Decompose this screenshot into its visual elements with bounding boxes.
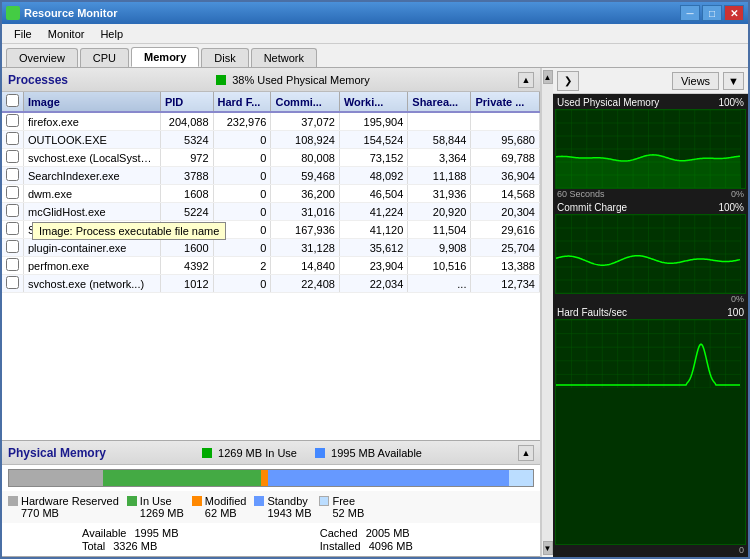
row-shared: ...: [408, 275, 471, 293]
row-shared: 10,516: [408, 257, 471, 275]
graph1-footer: 60 Seconds 0%: [555, 189, 746, 199]
row-image: firefox.exe: [24, 112, 161, 131]
col-hardf[interactable]: Hard F...: [213, 92, 271, 112]
row-private: 29,616: [471, 221, 540, 239]
row-pid: 3788: [160, 167, 213, 185]
row-image: svchost.exe (LocalSystemNet...: [24, 149, 161, 167]
legend-hw-box: [8, 496, 18, 506]
process-tooltip: Image: Process executable file name: [32, 222, 226, 240]
graphs-container: Used Physical Memory 100% 60 Seconds 0% …: [553, 94, 748, 557]
legend-hw-label: Hardware Reserved: [21, 495, 119, 507]
menu-help[interactable]: Help: [92, 26, 131, 42]
row-hardf: 0: [213, 203, 271, 221]
scroll-down[interactable]: ▼: [543, 541, 553, 555]
legend-standby-box: [254, 496, 264, 506]
row-checkbox[interactable]: [6, 168, 19, 181]
menu-file[interactable]: File: [6, 26, 40, 42]
menu-monitor[interactable]: Monitor: [40, 26, 93, 42]
row-checkbox[interactable]: [6, 240, 19, 253]
scroll-track[interactable]: [542, 84, 553, 541]
row-checkbox[interactable]: [6, 222, 19, 235]
processes-header: Processes 38% Used Physical Memory ▲: [2, 68, 540, 92]
row-checkbox-cell[interactable]: [2, 221, 24, 239]
col-shared[interactable]: Sharea...: [408, 92, 471, 112]
graph3-title: Hard Faults/sec: [557, 307, 627, 318]
table-row: svchost.exe (network...) 1012 0 22,408 2…: [2, 275, 540, 293]
row-commit: 108,924: [271, 131, 339, 149]
physical-memory-collapse-button[interactable]: ▲: [518, 445, 534, 461]
row-commit: 80,008: [271, 149, 339, 167]
legend-hw-row: Hardware Reserved: [8, 495, 119, 507]
row-checkbox-cell[interactable]: [2, 239, 24, 257]
processes-collapse-button[interactable]: ▲: [518, 72, 534, 88]
row-checkbox-cell[interactable]: [2, 203, 24, 221]
col-image[interactable]: Image: [24, 92, 161, 112]
row-checkbox[interactable]: [6, 204, 19, 217]
row-checkbox-cell[interactable]: [2, 112, 24, 131]
processes-table-container[interactable]: Image: Process executable file name Imag…: [2, 92, 540, 440]
row-shared: 3,364: [408, 149, 471, 167]
tab-network[interactable]: Network: [251, 48, 317, 67]
table-row: OUTLOOK.EXE 5324 0 108,924 154,524 58,84…: [2, 131, 540, 149]
views-dropdown-button[interactable]: ▼: [723, 72, 744, 90]
row-working: 46,504: [339, 185, 407, 203]
row-checkbox[interactable]: [6, 132, 19, 145]
legend-free: Free 52 MB: [319, 495, 364, 519]
in-use-indicator: [202, 448, 212, 458]
graph3-footer: 0: [555, 545, 746, 555]
row-private: 25,704: [471, 239, 540, 257]
title-buttons: ─ □ ✕: [680, 5, 744, 21]
stat-total-value: 3326 MB: [113, 540, 157, 552]
scroll-up[interactable]: ▲: [543, 70, 553, 84]
row-hardf: 232,976: [213, 112, 271, 131]
tab-disk[interactable]: Disk: [201, 48, 248, 67]
row-checkbox-cell[interactable]: [2, 257, 24, 275]
row-image: mcGlidHost.exe: [24, 203, 161, 221]
maximize-button[interactable]: □: [702, 5, 722, 21]
used-physical-memory-title-row: Used Physical Memory 100%: [555, 96, 746, 109]
col-private[interactable]: Private ...: [471, 92, 540, 112]
tab-memory[interactable]: Memory: [131, 47, 199, 67]
select-all-checkbox[interactable]: [6, 94, 19, 107]
row-pid: 5224: [160, 203, 213, 221]
memory-legend: Hardware Reserved 770 MB In Use 1269 MB: [2, 491, 540, 523]
nav-back-button[interactable]: ❯: [557, 71, 579, 91]
col-commit[interactable]: Commi...: [271, 92, 339, 112]
available-indicator: [315, 448, 325, 458]
row-checkbox[interactable]: [6, 276, 19, 289]
stat-total-label: Total: [82, 540, 105, 552]
legend-modified-box: [192, 496, 202, 506]
views-button[interactable]: Views: [672, 72, 719, 90]
row-commit: 31,016: [271, 203, 339, 221]
close-button[interactable]: ✕: [724, 5, 744, 21]
scrollbar[interactable]: ▲ ▼: [541, 68, 553, 557]
tab-cpu[interactable]: CPU: [80, 48, 129, 67]
row-checkbox[interactable]: [6, 150, 19, 163]
right-panel: ❯ Views ▼ Used Physical Memory 100%: [553, 68, 748, 557]
row-checkbox-cell[interactable]: [2, 185, 24, 203]
row-checkbox-cell[interactable]: [2, 149, 24, 167]
table-row: SearchIndexer.exe 3788 0 59,468 48,092 1…: [2, 167, 540, 185]
row-image: dwm.exe: [24, 185, 161, 203]
stat-available-label: Available: [82, 527, 126, 539]
row-private: 95,680: [471, 131, 540, 149]
graph2-canvas: [555, 214, 746, 294]
physical-memory-header: Physical Memory 1269 MB In Use 1995 MB A…: [2, 441, 540, 465]
row-shared: 20,920: [408, 203, 471, 221]
row-checkbox[interactable]: [6, 114, 19, 127]
title-bar-left: Resource Monitor: [6, 6, 118, 20]
col-pid[interactable]: PID: [160, 92, 213, 112]
row-checkbox-cell[interactable]: [2, 131, 24, 149]
row-shared: 31,936: [408, 185, 471, 203]
processes-section: Processes 38% Used Physical Memory ▲ Ima…: [2, 68, 540, 441]
legend-hw-value: 770 MB: [21, 507, 59, 519]
tab-overview[interactable]: Overview: [6, 48, 78, 67]
minimize-button[interactable]: ─: [680, 5, 700, 21]
row-checkbox-cell[interactable]: [2, 167, 24, 185]
table-row: perfmon.exe 4392 2 14,840 23,904 10,516 …: [2, 257, 540, 275]
row-checkbox[interactable]: [6, 186, 19, 199]
bar-free: [509, 470, 533, 486]
row-checkbox[interactable]: [6, 258, 19, 271]
col-working[interactable]: Worki...: [339, 92, 407, 112]
row-checkbox-cell[interactable]: [2, 275, 24, 293]
